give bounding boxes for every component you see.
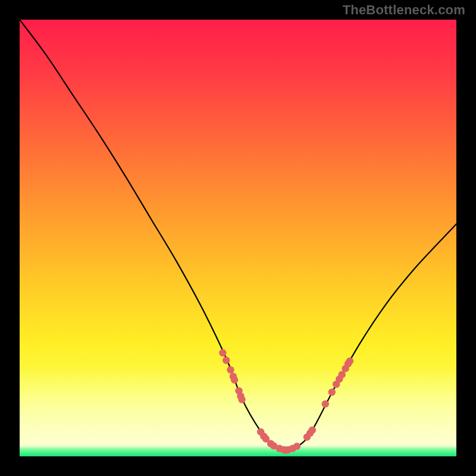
curve-marker <box>219 349 226 356</box>
curve-marker <box>238 396 245 403</box>
chart-svg <box>20 20 456 456</box>
watermark-text: TheBottleneck.com <box>343 2 465 18</box>
curve-marker <box>227 366 234 373</box>
curve-marker <box>322 400 329 408</box>
green-band <box>20 446 456 456</box>
curve-marker <box>223 356 230 364</box>
plot-area <box>20 20 456 456</box>
curve-marker <box>231 376 238 383</box>
curve-marker <box>346 358 353 365</box>
curve-marker <box>328 389 336 396</box>
curve-marker <box>293 443 300 450</box>
chart-container: TheBottleneck.com <box>0 0 476 476</box>
curve-marker <box>309 427 316 434</box>
